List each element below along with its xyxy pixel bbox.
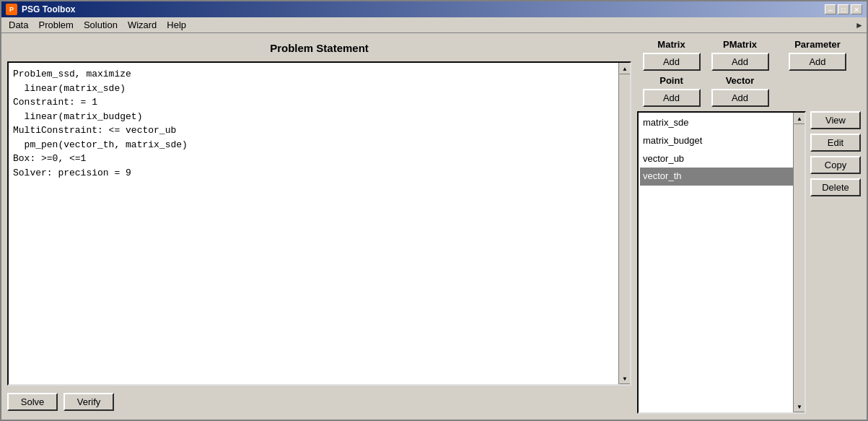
right-panel: Matrix Add PMatrix Add Parameter Add Poi… (637, 39, 861, 414)
left-panel: Problem Statement Problem_ssd, maximize … (7, 39, 631, 414)
point-vector-row: Point Add Vector Add (637, 75, 861, 107)
delete-button[interactable]: Delete (810, 178, 861, 196)
list-item[interactable]: matrix_budget (640, 132, 803, 150)
pmatrix-col: PMatrix Add (706, 39, 774, 71)
data-list-content: matrix_sde matrix_budget vector_ub vecto… (639, 113, 805, 187)
point-col: Point Add (637, 75, 706, 107)
window-title: PSG Toolbox (22, 4, 75, 14)
minimize-button[interactable]: – (825, 4, 836, 14)
point-label: Point (659, 75, 683, 86)
app-icon: P (6, 4, 17, 15)
menu-scroll-indicator: ► (855, 20, 864, 30)
panel-title: Problem Statement (7, 39, 631, 57)
problem-text: Problem_ssd, maximize linear(matrix_sde)… (13, 67, 626, 180)
problem-scrollbar-vertical[interactable]: ▲ ▼ (618, 63, 630, 384)
vector-label: Vector (726, 75, 755, 86)
pmatrix-label: PMatrix (723, 39, 757, 50)
list-item[interactable]: matrix_sde (640, 114, 803, 132)
list-item[interactable]: vector_ub (640, 150, 803, 168)
close-button[interactable]: ✕ (851, 4, 862, 14)
list-scroll-up-button[interactable]: ▲ (794, 113, 805, 124)
menu-problem[interactable]: Problem (34, 18, 77, 32)
title-bar-left: P PSG Toolbox (6, 4, 75, 15)
bottom-buttons: Solve Verify (7, 390, 631, 414)
menu-data[interactable]: Data (4, 18, 32, 32)
menu-help[interactable]: Help (162, 18, 190, 32)
main-content: Problem Statement Problem_ssd, maximize … (1, 33, 867, 420)
pmatrix-add-button[interactable]: Add (711, 53, 769, 71)
list-scroll-down-button[interactable]: ▼ (794, 401, 805, 412)
matrix-add-button[interactable]: Add (643, 53, 701, 71)
point-add-button[interactable]: Add (643, 89, 701, 107)
menu-wizard[interactable]: Wizard (123, 18, 161, 32)
solve-button[interactable]: Solve (7, 393, 58, 411)
copy-button[interactable]: Copy (810, 156, 861, 174)
matrix-col: Matrix Add (637, 39, 706, 71)
parameter-col: Parameter Add (774, 39, 861, 71)
window-controls: – □ ✕ (825, 4, 862, 14)
vector-add-button[interactable]: Add (711, 89, 769, 107)
scroll-down-button[interactable]: ▼ (619, 373, 631, 384)
problem-statement-area[interactable]: Problem_ssd, maximize linear(matrix_sde)… (7, 61, 631, 386)
view-button[interactable]: View (810, 111, 861, 129)
verify-button[interactable]: Verify (63, 393, 114, 411)
scroll-up-button[interactable]: ▲ (619, 63, 631, 74)
parameter-label: Parameter (794, 39, 841, 50)
main-window: P PSG Toolbox – □ ✕ Data Problem Solutio… (0, 0, 868, 421)
list-action-area: matrix_sde matrix_budget vector_ub vecto… (637, 111, 861, 414)
edit-button[interactable]: Edit (810, 134, 861, 152)
matrix-label: Matrix (657, 39, 685, 50)
matrix-row: Matrix Add PMatrix Add Parameter Add (637, 39, 861, 71)
vector-col: Vector Add (706, 75, 774, 107)
menu-solution[interactable]: Solution (79, 18, 122, 32)
maximize-button[interactable]: □ (838, 4, 849, 14)
menu-bar: Data Problem Solution Wizard Help ► (1, 17, 867, 33)
list-item-selected[interactable]: vector_th (640, 168, 803, 186)
action-buttons: View Edit Copy Delete (810, 111, 861, 414)
list-scrollbar-vertical[interactable]: ▲ ▼ (793, 113, 805, 412)
parameter-add-button[interactable]: Add (789, 53, 846, 71)
data-list[interactable]: matrix_sde matrix_budget vector_ub vecto… (637, 111, 806, 414)
title-bar: P PSG Toolbox – □ ✕ (1, 1, 867, 17)
